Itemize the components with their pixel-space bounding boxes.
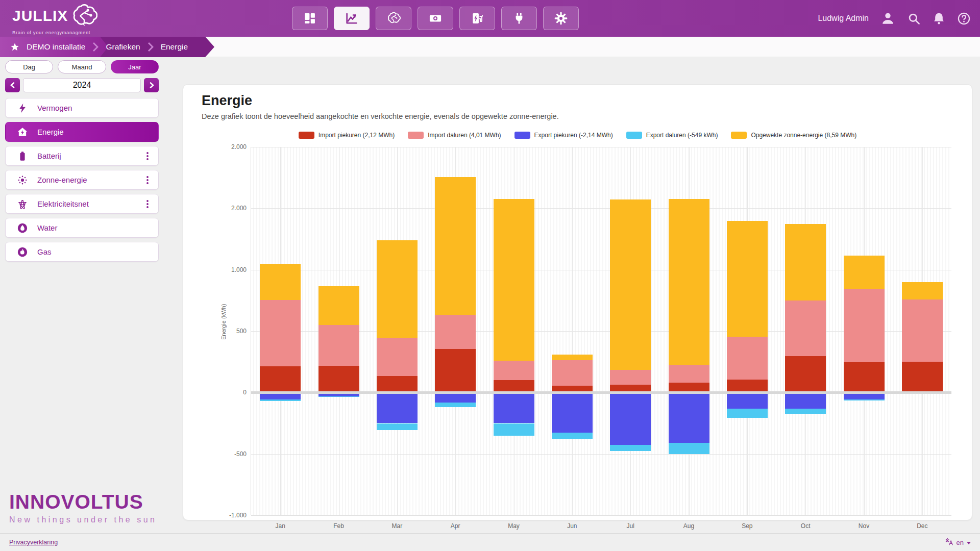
money-icon (428, 11, 443, 26)
logo-title: JULLIX (12, 8, 68, 23)
bar-segment[interactable] (785, 356, 826, 392)
bar-segment[interactable] (610, 370, 651, 385)
bar-segment[interactable] (785, 409, 826, 414)
nav-button-dashboard[interactable] (292, 7, 328, 30)
bar-segment[interactable] (318, 286, 359, 325)
chart-card: Energie Deze grafiek toont de hoeveelhei… (183, 84, 972, 520)
bar-segment[interactable] (669, 365, 709, 383)
legend-item[interactable]: Opgewekte zonne-energie (8,59 MWh) (731, 132, 856, 139)
nav-button-charging-station[interactable] (459, 7, 495, 30)
bar-segment[interactable] (727, 221, 768, 336)
bar-segment[interactable] (435, 177, 476, 315)
bar-segment[interactable] (727, 392, 768, 409)
notifications-bell-icon[interactable] (932, 12, 946, 26)
nav-button-plug[interactable] (501, 7, 537, 30)
plug-icon (512, 11, 526, 26)
bar-segment[interactable] (552, 360, 593, 386)
bar-segment[interactable] (377, 376, 418, 392)
bar-segment[interactable] (260, 300, 301, 366)
favorite-star-icon[interactable] (10, 42, 19, 52)
bar-segment[interactable] (260, 399, 301, 402)
bar-segment[interactable] (902, 299, 943, 362)
bar-segment[interactable] (844, 289, 885, 362)
sidebar-item-energie[interactable]: Energie (5, 122, 159, 142)
bar-segment[interactable] (552, 392, 593, 432)
bar-segment[interactable] (435, 349, 476, 392)
sidebar-item-batterij[interactable]: Batterij (5, 146, 159, 166)
nav-button-brain[interactable] (376, 7, 411, 30)
breadcrumb-item-energie[interactable]: Energie (161, 42, 188, 52)
next-year-button[interactable] (144, 78, 159, 92)
sidebar-item-vermogen[interactable]: Vermogen (5, 98, 159, 118)
bar-segment[interactable] (318, 366, 359, 392)
bar-segment[interactable] (377, 392, 418, 423)
bar-segment[interactable] (318, 396, 359, 397)
logo-tagline: Brain of your energymanagment (12, 30, 97, 35)
bar-segment[interactable] (610, 392, 651, 444)
bar-segment[interactable] (727, 409, 768, 418)
legend-swatch (514, 132, 530, 139)
bar-segment[interactable] (260, 264, 301, 300)
bar-segment[interactable] (494, 423, 534, 436)
breadcrumb-item-installation[interactable]: DEMO installatie (27, 42, 85, 52)
breadcrumb-item-grafieken[interactable]: Grafieken (106, 42, 140, 52)
bar-segment[interactable] (377, 423, 418, 430)
bar-segment[interactable] (902, 362, 943, 392)
sidebar-item-water[interactable]: Water (5, 218, 159, 238)
branding-tagline: New things under the sun (9, 515, 157, 524)
bar-segment[interactable] (610, 445, 651, 451)
energy-chart: Energie (kWh) 2.0002.0001.0005000-500-1.… (251, 144, 953, 529)
bar-segment[interactable] (669, 443, 709, 454)
nav-button-gear[interactable] (543, 7, 579, 30)
bar-segment[interactable] (435, 403, 476, 408)
bar-segment[interactable] (552, 433, 593, 439)
bar-segment[interactable] (844, 256, 885, 289)
period-tab-dag[interactable]: Dag (5, 60, 53, 73)
bar-segment[interactable] (610, 199, 651, 369)
brain-logo-icon (71, 4, 97, 28)
user-avatar-icon[interactable] (880, 11, 896, 27)
language-switcher[interactable]: en (945, 537, 971, 548)
sidebar-item-zonne-energie[interactable]: Zonne-energie (5, 170, 159, 190)
legend-item[interactable]: Export piekuren (-2,14 MWh) (514, 132, 613, 139)
kebab-menu-icon[interactable] (144, 152, 151, 161)
legend-item[interactable]: Export daluren (-549 kWh) (626, 132, 718, 139)
bar-segment[interactable] (727, 337, 768, 380)
bar-segment[interactable] (377, 240, 418, 337)
search-icon[interactable] (907, 12, 921, 26)
bar-segment[interactable] (494, 199, 534, 361)
bar-segment[interactable] (377, 338, 418, 377)
bar-segment[interactable] (785, 224, 826, 300)
bar-segment[interactable] (844, 399, 885, 401)
app-logo[interactable]: JULLIX Brain of your energymanagment (12, 4, 97, 35)
bar-segment[interactable] (669, 392, 709, 443)
kebab-menu-icon[interactable] (144, 176, 151, 185)
bar-segment[interactable] (785, 392, 826, 408)
nav-button-money[interactable] (418, 7, 453, 30)
legend-item[interactable]: Import piekuren (2,12 MWh) (299, 132, 395, 139)
privacy-link[interactable]: Privacyverklaring (9, 539, 58, 546)
sidebar-item-elektriciteitsnet[interactable]: Elektriciteitsnet (5, 194, 159, 214)
bar-segment[interactable] (494, 392, 534, 423)
year-input[interactable] (23, 78, 141, 92)
bar-segment[interactable] (435, 315, 476, 349)
kebab-menu-icon[interactable] (144, 199, 151, 209)
bar-segment[interactable] (494, 361, 534, 380)
bar-segment[interactable] (669, 199, 709, 365)
bar-segment[interactable] (902, 282, 943, 299)
bar-segment[interactable] (785, 300, 826, 357)
sidebar-item-gas[interactable]: Gas (5, 242, 159, 262)
nav-button-chart-line[interactable] (334, 7, 370, 30)
bar-segment[interactable] (552, 355, 593, 360)
bar-segment[interactable] (727, 380, 768, 393)
help-icon[interactable] (957, 12, 971, 26)
legend-label: Import piekuren (2,12 MWh) (318, 132, 395, 139)
bar-segment[interactable] (494, 380, 534, 393)
bar-segment[interactable] (260, 366, 301, 393)
period-tab-maand[interactable]: Maand (58, 60, 106, 73)
period-tab-jaar[interactable]: Jaar (111, 60, 159, 73)
bar-segment[interactable] (318, 325, 359, 366)
legend-item[interactable]: Import daluren (4,01 MWh) (408, 132, 501, 139)
previous-year-button[interactable] (5, 78, 20, 92)
bar-segment[interactable] (844, 362, 885, 392)
